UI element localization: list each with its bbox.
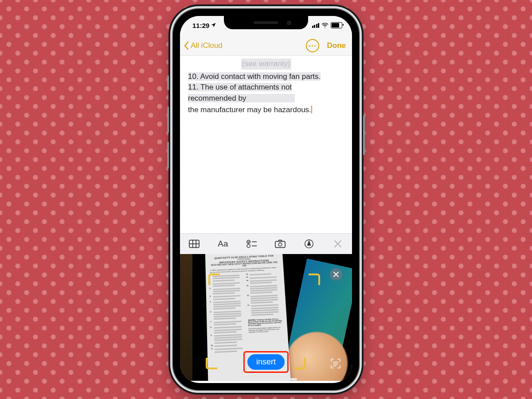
nav-bar: All iCloud Done: [180, 36, 352, 56]
doc-col-left: 1. 2. 3. 4. 5. 6. 7. 8. 9. 10. 11.: [209, 274, 247, 354]
note-faded-prev: (see warranty): [241, 59, 291, 70]
back-label: All iCloud: [191, 41, 223, 50]
note-line-2a: 11. The use of attachments not: [188, 83, 292, 91]
speaker: [254, 21, 278, 24]
scan-bracket-br: [294, 358, 306, 369]
doc-columns: 1. 2. 3. 4. 5. 6. 7. 8. 9. 10. 11.: [209, 272, 285, 354]
mute-switch: [167, 75, 169, 90]
note-blank-area[interactable]: [180, 118, 352, 233]
location-icon: [211, 22, 216, 28]
done-button[interactable]: Done: [327, 41, 346, 50]
front-camera: [287, 21, 291, 25]
volume-up-button: [167, 106, 169, 133]
svg-point-6: [246, 244, 250, 247]
live-text-icon: [329, 357, 342, 370]
note-line-3: the manufacturer may be hazardous.: [188, 106, 311, 114]
doc-right-warn2: Use only the original adapter supplied w…: [248, 327, 284, 334]
more-button[interactable]: [306, 39, 319, 52]
back-button[interactable]: All iCloud: [180, 41, 223, 50]
notch: [224, 16, 308, 29]
scan-bracket-bl: [206, 358, 217, 369]
note-line-1: 10. Avoid contact with moving fan parts.: [188, 72, 321, 81]
cellular-icon: [312, 23, 320, 28]
wifi-icon: [321, 23, 329, 28]
doc-right-warn1: WARNING: To Reduce The Risk of Fire or E…: [248, 318, 283, 327]
side-button: [363, 115, 365, 155]
live-text-button[interactable]: [329, 357, 342, 370]
screen: 11:29: [180, 16, 352, 383]
camera-icon[interactable]: [274, 239, 286, 249]
iphone-frame: 11:29: [173, 9, 359, 390]
chevron-left-icon: [184, 41, 189, 50]
note-body[interactable]: (see warranty) 10. Avoid contact with mo…: [180, 56, 352, 118]
battery-icon: [331, 22, 342, 28]
close-toolbar-button[interactable]: [332, 239, 344, 249]
doc-col-right: 12. 13. 14. 15. 16. 17. WARNING: To Redu…: [246, 272, 285, 352]
live-text-camera-panel: QUIETSET® SLIM OSCILLATING TABLE FAN HTF…: [180, 254, 352, 381]
markup-icon[interactable]: [303, 239, 315, 249]
checklist-icon[interactable]: [246, 239, 258, 249]
table-icon[interactable]: [188, 239, 200, 249]
volume-down-button: [167, 142, 169, 168]
close-camera-button[interactable]: [330, 268, 342, 281]
insert-highlight-box: insert: [243, 351, 289, 373]
insert-button[interactable]: insert: [247, 354, 285, 370]
home-indicator[interactable]: [235, 378, 297, 380]
svg-point-9: [279, 243, 282, 246]
note-line-2b: recommended by: [188, 94, 295, 102]
close-icon: [333, 271, 339, 278]
ellipsis-icon: [309, 45, 316, 47]
scan-bracket-tr: [309, 274, 320, 285]
camera-bg-edge: [180, 254, 192, 381]
svg-rect-8: [275, 242, 285, 248]
status-right: [312, 22, 343, 28]
nav-actions: Done: [306, 39, 346, 52]
page-background: 11:29: [0, 0, 532, 399]
text-format-button[interactable]: Aa: [217, 239, 229, 249]
status-time: 11:29: [192, 22, 209, 29]
format-toolbar: Aa: [180, 233, 352, 254]
scan-bracket-tl: [208, 274, 220, 285]
text-caret: [311, 106, 312, 113]
